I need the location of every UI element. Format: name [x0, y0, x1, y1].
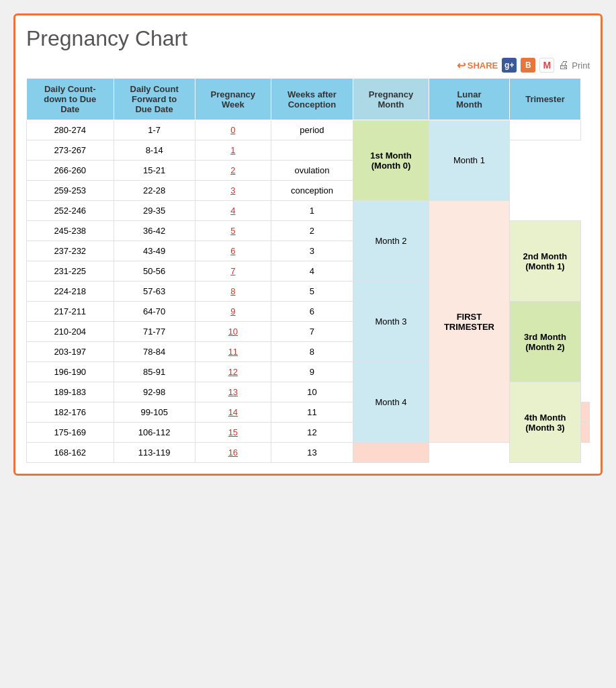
forward-cell: 8-14 [114, 140, 195, 161]
table-row: 168-162113-1191613 [27, 443, 590, 463]
blogger-icon[interactable]: B [521, 58, 535, 73]
pregnancy-month-cell: 3rd Month(Month 2) [509, 302, 580, 382]
trimester-cell [509, 120, 580, 140]
trimester-pink-cell [353, 443, 429, 463]
week-link[interactable]: 3 [230, 185, 235, 196]
toolbar: ↩ SHARE g+ B M 🖨 Print [26, 58, 590, 73]
share-label: SHARE [468, 60, 498, 71]
week-link[interactable]: 5 [230, 226, 235, 236]
main-container: Pregnancy Chart ↩ SHARE g+ B M 🖨 Print D… [13, 13, 603, 476]
week-cell: 1 [195, 140, 271, 161]
share-button[interactable]: ↩ SHARE [457, 59, 498, 72]
countdown-cell: 252-246 [27, 201, 114, 221]
countdown-cell: 231-225 [27, 261, 114, 282]
header-row: Daily Count-down to DueDate Daily CountF… [27, 79, 590, 120]
pregnancy-month-cell: 2nd Month(Month 1) [509, 221, 580, 302]
after-conception-cell: 2 [271, 221, 353, 241]
google-plus-icon[interactable]: g+ [502, 58, 517, 73]
countdown-cell: 182-176 [27, 402, 114, 423]
week-link[interactable]: 8 [230, 286, 235, 296]
col-header-countdown: Daily Count-down to DueDate [27, 79, 114, 120]
week-link[interactable]: 12 [228, 367, 238, 377]
table-row: 252-24629-3541Month 2FIRSTTRIMESTER [27, 201, 590, 221]
after-conception-cell: 9 [271, 362, 353, 382]
countdown-cell: 168-162 [27, 443, 114, 463]
week-cell: 4 [195, 201, 271, 221]
forward-cell: 78-84 [114, 342, 195, 362]
after-conception-cell: conception [271, 181, 353, 201]
trimester-pink-cell [581, 423, 590, 443]
week-link[interactable]: 13 [228, 387, 238, 397]
printer-icon: 🖨 [558, 59, 569, 71]
countdown-cell: 196-190 [27, 362, 114, 382]
week-cell: 6 [195, 241, 271, 261]
col-header-trimester: Trimester [509, 79, 580, 120]
lunar-month-cell: Month 4 [353, 362, 429, 443]
after-conception-cell: 11 [271, 402, 353, 423]
week-cell: 8 [195, 282, 271, 302]
forward-cell: 50-56 [114, 261, 195, 282]
week-link[interactable]: 16 [228, 447, 238, 458]
forward-cell: 99-105 [114, 402, 195, 423]
week-link[interactable]: 14 [228, 407, 238, 417]
after-conception-cell: period [271, 120, 353, 140]
print-button[interactable]: 🖨 Print [558, 59, 590, 71]
week-link[interactable]: 1 [230, 145, 235, 155]
lunar-month-cell: Month 1 [429, 120, 510, 201]
forward-cell: 1-7 [114, 120, 195, 140]
countdown-cell: 266-260 [27, 161, 114, 181]
week-cell: 12 [195, 362, 271, 382]
countdown-cell: 237-232 [27, 241, 114, 261]
after-conception-cell: 3 [271, 241, 353, 261]
forward-cell: 29-35 [114, 201, 195, 221]
countdown-cell: 217-211 [27, 302, 114, 322]
after-conception-cell: 10 [271, 382, 353, 402]
forward-cell: 57-63 [114, 282, 195, 302]
after-conception-cell: 4 [271, 261, 353, 282]
countdown-cell: 245-238 [27, 221, 114, 241]
week-cell: 3 [195, 181, 271, 201]
week-cell: 11 [195, 342, 271, 362]
after-conception-cell: 8 [271, 342, 353, 362]
forward-cell: 71-77 [114, 322, 195, 342]
forward-cell: 15-21 [114, 161, 195, 181]
after-conception-cell: 6 [271, 302, 353, 322]
week-link[interactable]: 4 [230, 206, 235, 216]
share-icon: ↩ [457, 59, 466, 72]
after-conception-cell: ovulation [271, 161, 353, 181]
gmail-icon[interactable]: M [539, 58, 554, 73]
forward-cell: 113-119 [114, 443, 195, 463]
pregnancy-chart-table: Daily Count-down to DueDate Daily CountF… [26, 78, 590, 463]
week-link[interactable]: 15 [228, 427, 238, 437]
countdown-cell: 280-274 [27, 120, 114, 140]
week-cell: 2 [195, 161, 271, 181]
page-title: Pregnancy Chart [26, 26, 590, 51]
countdown-cell: 224-218 [27, 282, 114, 302]
forward-cell: 64-70 [114, 302, 195, 322]
countdown-cell: 273-267 [27, 140, 114, 161]
week-cell: 5 [195, 221, 271, 241]
week-link[interactable]: 9 [230, 306, 235, 316]
print-label: Print [572, 60, 590, 71]
week-cell: 10 [195, 322, 271, 342]
week-link[interactable]: 11 [228, 347, 238, 357]
trimester-pink-cell [581, 402, 590, 423]
col-header-preg-month: PregnancyMonth [353, 79, 429, 120]
countdown-cell: 189-183 [27, 382, 114, 402]
week-cell: 7 [195, 261, 271, 282]
after-conception-cell: 1 [271, 201, 353, 221]
col-header-week: PregnancyWeek [195, 79, 271, 120]
pregnancy-month-cell: 1st Month(Month 0) [353, 120, 429, 201]
col-header-forward: Daily CountForward toDue Date [114, 79, 195, 120]
pregnancy-month-cell: 4th Month(Month 3) [509, 382, 580, 463]
week-link[interactable]: 6 [230, 246, 235, 256]
week-link[interactable]: 7 [230, 266, 235, 276]
week-link[interactable]: 2 [230, 165, 235, 175]
week-cell: 0 [195, 120, 271, 140]
countdown-cell: 203-197 [27, 342, 114, 362]
week-link[interactable]: 0 [230, 125, 235, 135]
week-link[interactable]: 10 [228, 327, 238, 337]
countdown-cell: 175-169 [27, 423, 114, 443]
lunar-month-cell: Month 2 [353, 201, 429, 282]
forward-cell: 36-42 [114, 221, 195, 241]
